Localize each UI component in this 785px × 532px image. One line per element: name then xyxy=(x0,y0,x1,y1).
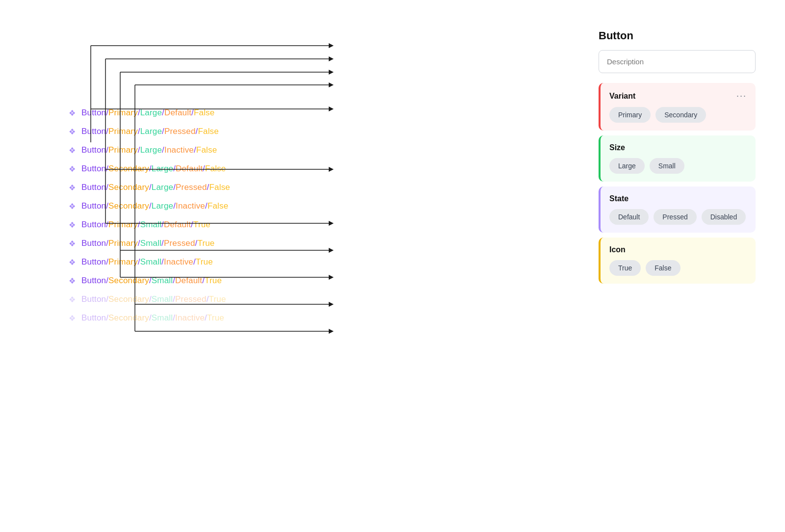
drag-icon: ❖ xyxy=(69,295,76,304)
drag-icon: ❖ xyxy=(69,127,76,136)
drag-icon: ❖ xyxy=(69,239,76,248)
component-label: Button/Primary/Small/Default/True xyxy=(81,220,210,230)
component-label: Button/Secondary/Large/Pressed/False xyxy=(81,183,230,192)
panel-title: Button xyxy=(599,29,756,42)
state-label: State xyxy=(609,194,628,203)
right-panel: Button Variant ··· Primary Secondary Siz… xyxy=(579,0,785,532)
list-item[interactable]: ❖Button/Primary/Small/Default/True xyxy=(69,220,579,230)
list-item[interactable]: ❖Button/Secondary/Small/Pressed/True xyxy=(69,294,579,304)
list-item[interactable]: ❖Button/Secondary/Small/Default/True xyxy=(69,276,579,286)
component-label: Button/Secondary/Small/Default/True xyxy=(81,276,222,286)
list-item[interactable]: ❖Button/Primary/Large/Pressed/False xyxy=(69,127,579,136)
state-section: State Default Pressed Disabled xyxy=(599,186,756,233)
left-panel: ❖Button/Primary/Large/Default/False❖Butt… xyxy=(0,0,579,532)
icon-header: Icon xyxy=(609,245,747,254)
list-item[interactable]: ❖Button/Primary/Large/Default/False xyxy=(69,108,579,118)
description-input[interactable] xyxy=(599,50,756,73)
variant-label: Variant xyxy=(609,92,635,101)
variant-option-primary[interactable]: Primary xyxy=(609,107,651,123)
drag-icon: ❖ xyxy=(69,164,76,174)
state-option-default[interactable]: Default xyxy=(609,209,649,225)
drag-icon: ❖ xyxy=(69,276,76,286)
size-header: Size xyxy=(609,143,747,152)
component-label: Button/Primary/Large/Default/False xyxy=(81,108,214,118)
component-label: Button/Primary/Large/Pressed/False xyxy=(81,127,219,136)
list-item[interactable]: ❖Button/Secondary/Large/Pressed/False xyxy=(69,183,579,192)
drag-icon: ❖ xyxy=(69,258,76,267)
size-section: Size Large Small xyxy=(599,135,756,182)
size-label: Size xyxy=(609,143,625,152)
list-item[interactable]: ❖Button/Secondary/Large/Default/False xyxy=(69,164,579,174)
drag-icon: ❖ xyxy=(69,314,76,323)
drag-icon: ❖ xyxy=(69,183,76,192)
state-option-pressed[interactable]: Pressed xyxy=(654,209,696,225)
icon-section: Icon True False xyxy=(599,238,756,284)
component-list: ❖Button/Primary/Large/Default/False❖Butt… xyxy=(69,108,579,323)
state-option-disabled[interactable]: Disabled xyxy=(702,209,746,225)
component-label: Button/Secondary/Small/Inactive/True xyxy=(81,313,224,323)
component-label: Button/Secondary/Large/Inactive/False xyxy=(81,201,228,211)
list-item[interactable]: ❖Button/Primary/Small/Pressed/True xyxy=(69,239,579,248)
svg-marker-26 xyxy=(329,329,334,334)
svg-marker-5 xyxy=(329,56,334,61)
list-item[interactable]: ❖Button/Secondary/Large/Inactive/False xyxy=(69,201,579,211)
svg-marker-11 xyxy=(329,82,334,87)
list-item[interactable]: ❖Button/Secondary/Small/Inactive/True xyxy=(69,313,579,323)
component-label: Button/Primary/Small/Pressed/True xyxy=(81,239,214,248)
drag-icon: ❖ xyxy=(69,146,76,155)
component-label: Button/Secondary/Large/Default/False xyxy=(81,164,226,174)
drag-icon: ❖ xyxy=(69,108,76,118)
component-label: Button/Secondary/Small/Pressed/True xyxy=(81,294,226,304)
icon-option-false[interactable]: False xyxy=(646,260,680,276)
variant-header: Variant ··· xyxy=(609,91,747,101)
size-option-small[interactable]: Small xyxy=(650,158,684,174)
list-item[interactable]: ❖Button/Primary/Small/Inactive/True xyxy=(69,257,579,267)
state-options: Default Pressed Disabled xyxy=(609,209,747,225)
icon-option-true[interactable]: True xyxy=(609,260,641,276)
variant-section: Variant ··· Primary Secondary xyxy=(599,83,756,131)
component-label: Button/Primary/Large/Inactive/False xyxy=(81,145,217,155)
main-container: ❖Button/Primary/Large/Default/False❖Butt… xyxy=(0,0,785,532)
svg-marker-8 xyxy=(329,70,334,75)
svg-marker-1 xyxy=(329,43,334,48)
size-option-large[interactable]: Large xyxy=(609,158,645,174)
variant-more-icon[interactable]: ··· xyxy=(736,91,747,101)
component-label: Button/Primary/Small/Inactive/True xyxy=(81,257,213,267)
variant-option-secondary[interactable]: Secondary xyxy=(655,107,706,123)
icon-options: True False xyxy=(609,260,747,276)
size-options: Large Small xyxy=(609,158,747,174)
list-item[interactable]: ❖Button/Primary/Large/Inactive/False xyxy=(69,145,579,155)
drag-icon: ❖ xyxy=(69,220,76,230)
state-header: State xyxy=(609,194,747,203)
icon-label: Icon xyxy=(609,245,626,254)
variant-options: Primary Secondary xyxy=(609,107,747,123)
drag-icon: ❖ xyxy=(69,202,76,211)
